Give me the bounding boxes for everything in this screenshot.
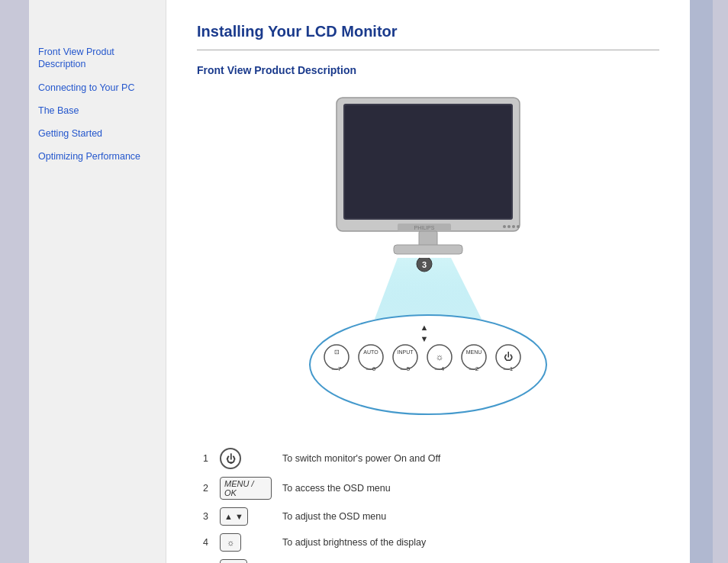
svg-point-8 xyxy=(517,225,520,228)
sidebar-link[interactable]: Optimizing Performance xyxy=(38,150,156,162)
control-number: 2 xyxy=(198,474,214,503)
control-description: To adjust brightness of the display xyxy=(278,530,658,555)
svg-text:INPUT: INPUT xyxy=(398,349,414,355)
right-bar-inner xyxy=(690,0,713,563)
svg-text:—1: —1 xyxy=(504,365,514,372)
control-number: 1 xyxy=(198,445,214,472)
svg-point-6 xyxy=(507,225,511,228)
sidebar-link[interactable]: Front View Produt Description xyxy=(38,46,156,71)
sidebar: Front View Produt DescriptionConnecting … xyxy=(29,0,166,563)
control-row: 1⏻To switch monitor's power On and Off xyxy=(198,445,658,472)
page-title: Installing Your LCD Monitor xyxy=(197,23,659,40)
svg-text:⊡: ⊡ xyxy=(334,349,340,355)
monitor-svg: PHILIPS xyxy=(310,90,546,265)
svg-text:—6: —6 xyxy=(366,365,376,372)
control-number: 3 xyxy=(198,504,214,529)
sidebar-link[interactable]: Getting Started xyxy=(38,127,156,140)
svg-text:—4: —4 xyxy=(435,365,445,372)
control-icon: MENU / OK xyxy=(215,474,276,503)
control-description: To switch monitor's power On and Off xyxy=(278,445,658,472)
title-divider xyxy=(197,50,659,50)
control-description: To change the signal input source xyxy=(278,556,658,563)
svg-rect-10 xyxy=(394,245,462,254)
control-icon: ▲ ▼ xyxy=(215,504,276,529)
control-icon: Input xyxy=(215,556,276,563)
sidebar-nav: Front View Produt DescriptionConnecting … xyxy=(38,46,156,163)
controls-diagram: 3 ⊡ —7 AUTO —6 INPUT —5 ☼ —4 xyxy=(298,258,558,428)
sidebar-link[interactable]: The Base xyxy=(38,105,156,117)
main-content: Installing Your LCD Monitor Front View P… xyxy=(166,0,690,563)
right-decorative-bar xyxy=(690,0,728,563)
control-number: 4 xyxy=(198,530,214,555)
svg-text:—7: —7 xyxy=(332,365,342,372)
svg-point-5 xyxy=(503,225,506,228)
control-row: 2MENU / OKTo access the OSD menu xyxy=(198,474,658,503)
svg-text:☼: ☼ xyxy=(436,352,444,362)
svg-text:⏻: ⏻ xyxy=(504,352,513,362)
sidebar-link[interactable]: Connecting to Your PC xyxy=(38,82,156,94)
svg-text:AUTO: AUTO xyxy=(363,349,378,355)
svg-text:—5: —5 xyxy=(401,365,411,372)
svg-rect-9 xyxy=(419,231,437,246)
svg-rect-2 xyxy=(345,105,511,218)
svg-text:—2: —2 xyxy=(469,365,479,372)
left-decorative-bar xyxy=(0,0,29,563)
svg-text:3: 3 xyxy=(422,260,427,269)
control-icon: ⏻ xyxy=(215,445,276,472)
section-title: Front View Product Description xyxy=(197,64,659,76)
control-icon: ☼ xyxy=(215,530,276,555)
svg-text:▲: ▲ xyxy=(420,323,429,332)
controls-description-table: 1⏻To switch monitor's power On and Off2M… xyxy=(197,443,659,563)
beam-oval-svg: 3 ⊡ —7 AUTO —6 INPUT —5 ☼ —4 xyxy=(298,258,558,426)
monitor-illustration-area: PHILIPS xyxy=(197,90,659,428)
control-number: 5 xyxy=(198,556,214,563)
svg-text:▼: ▼ xyxy=(420,334,429,343)
svg-text:MENU: MENU xyxy=(466,349,482,355)
control-row: 4☼To adjust brightness of the display xyxy=(198,530,658,555)
svg-text:PHILIPS: PHILIPS xyxy=(414,225,435,230)
control-row: 5InputTo change the signal input source xyxy=(198,556,658,563)
svg-point-7 xyxy=(512,225,515,228)
control-row: 3▲ ▼To adjust the OSD menu xyxy=(198,504,658,529)
control-description: To adjust the OSD menu xyxy=(278,504,658,529)
control-description: To access the OSD menu xyxy=(278,474,658,503)
